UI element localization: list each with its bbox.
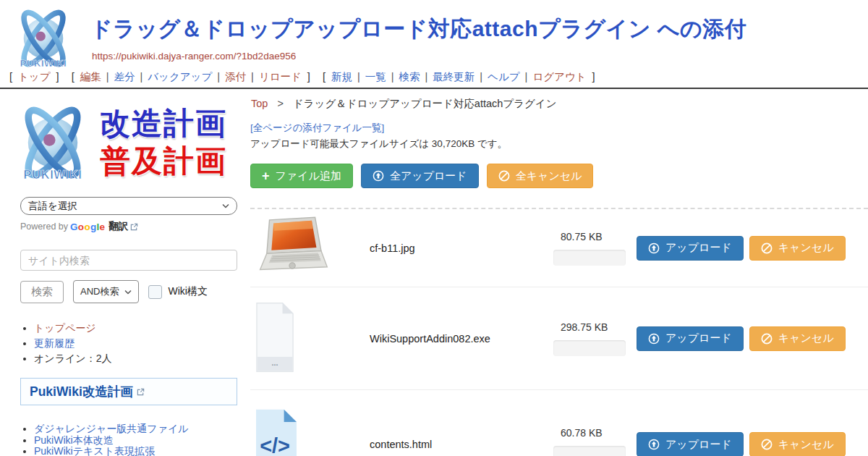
upload-label: アップロード [665,438,732,452]
ban-circle-icon [761,333,773,345]
nav-item-diff[interactable]: 差分 [114,71,135,83]
max-upload-size-text: アップロード可能最大ファイルサイズは 30,720KB です。 [250,138,507,151]
breadcrumb-separator: > [277,98,283,109]
file-progress-cell: 60.78 KB [553,427,637,456]
bracket: [ [323,71,326,83]
sidebar: PUKIWIKI 改造計画 普及計画 言語を選択 Powered by Goog… [0,94,250,456]
nav-item-backup[interactable]: バックアップ [148,71,212,83]
breadcrumb-current: ドラッグ＆ドロップアップロード対応attachプラグイン [293,98,557,109]
sidebar-banner-link[interactable]: PUKIWIKI 改造計画 普及計画 [9,100,250,185]
pipe-separator: | [106,71,109,83]
sidebar-top-links: トップページ 更新履歴 オンライン：2人 [22,321,250,366]
banner-line-fukyuu: 普及計画 [100,143,227,180]
and-or-select[interactable]: AND検索 [73,280,139,303]
file-name: WikiSupportAddin082.exe [370,333,553,345]
progress-bar [553,446,626,456]
breadcrumb: Top > ドラッグ＆ドロップアップロード対応attachプラグイン [251,97,557,111]
sidebar-section-title-link[interactable]: PukiWiki改造計画 [30,383,133,400]
add-files-button[interactable]: + ファイル追加 [250,164,353,188]
file-thumbnail-cell [250,215,370,282]
pipe-separator: | [425,71,428,83]
external-link-icon [130,223,138,231]
pipe-separator: | [525,71,528,83]
sidebar-menu-links: ダジャレンジャー版共通ファイル PukiWiki本体改造 PukiWikiテキス… [22,423,250,456]
file-actions: アップロード キャンセル [637,432,846,456]
powered-by-google: Powered by Google 翻訳 [20,220,250,233]
page-title: ドラッグ＆ドロップアップロード対応attachプラグイン への添付 [90,14,746,44]
file-thumbnail-cell: </> [250,409,370,456]
nav-item-list[interactable]: 一覧 [365,71,386,83]
nav-item-logout[interactable]: ログアウト [532,71,586,83]
wiki-syntax-checkbox[interactable] [148,285,162,299]
sidebar-item-toppage[interactable]: トップページ [34,322,96,334]
all-pages-attach-list-link[interactable]: [全ページの添付ファイル一覧] [250,122,384,135]
pukiwiki-logo-icon[interactable]: PUKIWIKI [9,4,78,72]
file-actions: アップロード キャンセル [637,326,846,351]
header-divider [0,88,868,89]
wiki-syntax-label: Wiki構文 [168,285,207,298]
banner-words: 改造計画 普及計画 [100,105,227,180]
chevron-down-icon [222,203,229,208]
cancel-button[interactable]: キャンセル [749,432,846,456]
pipe-separator: | [140,71,142,83]
ban-circle-icon [761,242,773,254]
cancel-button[interactable]: キャンセル [749,236,846,261]
language-select[interactable]: 言語を選択 [20,197,237,215]
list-item: PukiWiki本体改造 [34,435,250,447]
file-progress-cell: 80.75 KB [553,231,637,266]
nav-item-attach[interactable]: 添付 [225,71,246,83]
breadcrumb-home-link[interactable]: Top [251,98,268,109]
list-item: オンライン：2人 [34,352,250,366]
nav-item-search[interactable]: 検索 [399,71,420,83]
nav-item-top[interactable]: トップ [18,71,51,83]
file-row: </> contents.html 60.78 KB アップロード キャンセル [250,390,868,456]
cancel-all-button[interactable]: 全キャンセル [487,164,594,188]
sidebar-section-box: PukiWiki改造計画 [20,378,237,405]
search-controls-row: 検索 AND検索 Wiki構文 [20,280,250,303]
site-search-input[interactable] [20,250,237,271]
main-content: Top > ドラッグ＆ドロップアップロード対応attachプラグイン [全ページ… [250,94,868,456]
powered-by-label: Powered by [20,221,68,232]
upload-button[interactable]: アップロード [637,236,744,261]
cancel-all-label: 全キャンセル [516,169,582,183]
file-name: cf-b11.jpg [370,242,553,254]
upload-button[interactable]: アップロード [637,432,744,456]
file-progress-cell: 298.75 KB [553,321,637,356]
bracket: [ [9,71,12,83]
upload-circle-icon [648,333,660,345]
nav-item-reload[interactable]: リロード [259,71,302,83]
pipe-separator: | [391,71,394,83]
google-logo-text: Google [70,221,105,232]
nav-item-recent[interactable]: 最終更新 [433,71,475,83]
translate-link[interactable]: 翻訳 [109,220,128,233]
nav-item-new[interactable]: 新規 [331,71,352,83]
nav-item-edit[interactable]: 編集 [80,71,101,83]
progress-bar [553,250,626,266]
and-or-select-value: AND検索 [80,285,119,298]
file-dropzone[interactable]: cf-b11.jpg 80.75 KB アップロード キャンセル [250,208,868,456]
pukiwiki-atom-icon: PUKIWIKI [9,100,97,185]
sidebar-item-common-files[interactable]: ダジャレンジャー版共通ファイル [34,423,189,434]
pipe-separator: | [251,71,254,83]
pukiwiki-logo-text: PUKIWIKI [20,58,67,69]
upload-label: アップロード [665,332,732,345]
upload-toolbar: + ファイル追加 全アップロード 全キャンセル [250,164,593,188]
list-item: ダジャレンジャー版共通ファイル [34,423,250,435]
bracket: ] [592,71,595,83]
cancel-label: キャンセル [778,241,834,255]
upload-all-button[interactable]: 全アップロード [361,164,479,188]
cancel-button[interactable]: キャンセル [749,326,846,351]
nav-item-help[interactable]: ヘルプ [488,71,520,83]
bracket: ] [56,71,59,83]
add-files-label: ファイル追加 [276,169,341,183]
upload-button[interactable]: アップロード [637,326,744,351]
generic-file-icon: ... [256,302,294,373]
sidebar-item-core-mod[interactable]: PukiWiki本体改造 [34,434,114,446]
file-icon-dots: ... [272,358,278,367]
file-name: contents.html [370,439,553,450]
sidebar-item-recent-changes[interactable]: 更新履歴 [34,337,75,349]
file-size: 298.75 KB [561,321,637,333]
page-url-link[interactable]: https://pukiwiki.dajya-ranger.com/?1bd2d… [92,51,296,62]
search-button[interactable]: 検索 [20,281,64,303]
sidebar-item-text-ext[interactable]: PukiWikiテキスト表現拡張 [34,445,155,456]
